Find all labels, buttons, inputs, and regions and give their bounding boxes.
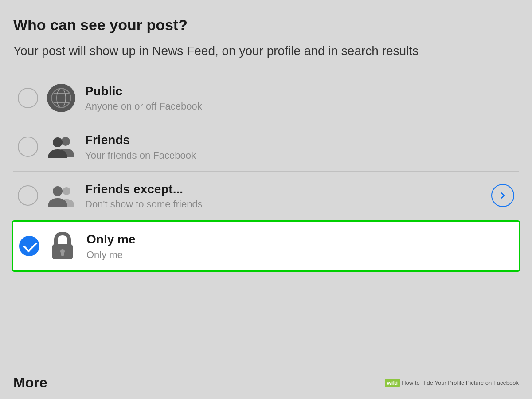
friends-except-chevron[interactable] [491,184,514,207]
more-label[interactable]: More [13,375,47,391]
option-friends[interactable]: Friends Your friends on Facebook [13,122,519,171]
page-title: Who can see your post? [13,16,519,34]
footer-bar: More wiki How to Hide Your Profile Pictu… [0,362,532,399]
main-container: Who can see your post? Your post will sh… [0,0,532,362]
svg-point-10 [53,186,63,196]
option-friends-text: Friends Your friends on Facebook [85,132,514,161]
radio-friends[interactable] [18,137,38,157]
wiki-text: How to Hide Your Profile Picture on Face… [402,379,519,386]
globe-icon [47,84,75,112]
wiki-tag: wiki [385,379,400,387]
option-only-me[interactable]: Only me Only me [12,220,520,271]
option-only-me-label: Only me [86,231,513,247]
option-friends-except-label: Friends except... [85,181,487,197]
svg-point-9 [63,187,70,195]
option-public-desc: Anyone on or off Facebook [85,101,514,112]
radio-public[interactable] [18,88,38,108]
page-subtitle: Your post will show up in News Feed, on … [13,42,519,59]
option-only-me-desc: Only me [86,249,513,261]
friends-except-icon [47,181,75,210]
option-public-label: Public [85,83,514,99]
radio-only-me[interactable] [19,236,39,256]
option-friends-label: Friends [85,132,514,148]
svg-rect-13 [61,251,64,256]
option-friends-except-text: Friends except... Don't show to some fri… [85,181,487,210]
options-list: Public Anyone on or off Facebook Friends [13,74,519,272]
option-only-me-text: Only me Only me [86,231,513,260]
lock-icon [48,232,77,260]
option-friends-except[interactable]: Friends except... Don't show to some fri… [13,172,519,220]
option-friends-desc: Your friends on Facebook [85,150,514,161]
radio-friends-except[interactable] [18,185,38,206]
svg-point-8 [53,137,63,147]
wiki-badge: wiki How to Hide Your Profile Picture on… [385,379,519,387]
svg-point-7 [61,137,70,146]
friends-icon [47,133,75,161]
option-public[interactable]: Public Anyone on or off Facebook [13,74,519,122]
option-public-text: Public Anyone on or off Facebook [85,83,514,112]
option-friends-except-desc: Don't show to some friends [85,199,487,210]
